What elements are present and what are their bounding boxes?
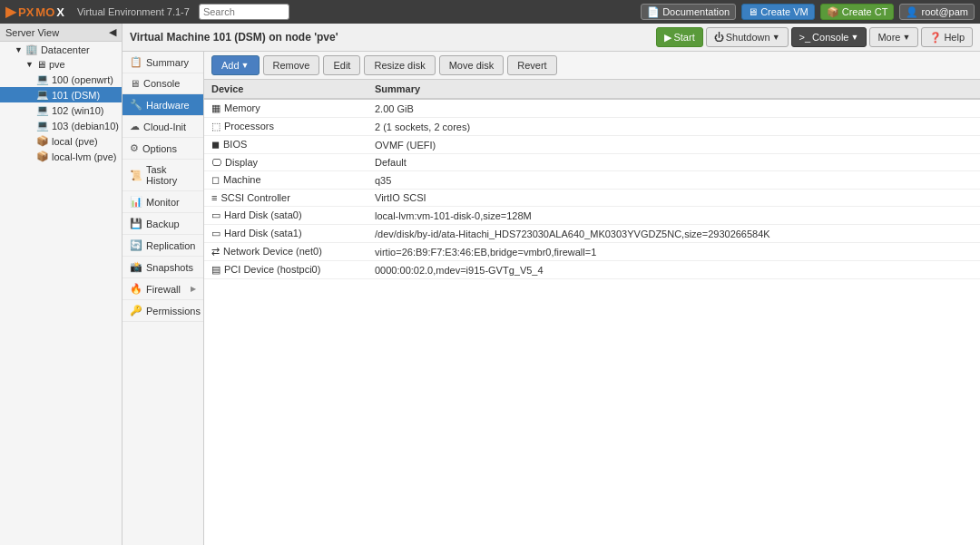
summary-cell: /dev/disk/by-id/ata-Hitachi_HDS723030ALA… xyxy=(368,225,980,243)
nav-hardware[interactable]: 🔧 Hardware xyxy=(122,94,203,116)
backup-icon: 💾 xyxy=(130,218,142,229)
device-cell: ▭Hard Disk (sata0) xyxy=(204,207,368,225)
device-icon: ▭ xyxy=(211,228,220,238)
firewall-icon: 🔥 xyxy=(130,283,142,295)
sidebar-item-102[interactable]: 💻 102 (win10) xyxy=(0,102,122,118)
console-nav-icon: 🖥 xyxy=(130,78,140,89)
nav-summary[interactable]: 📋 Summary xyxy=(122,52,203,73)
search-input[interactable] xyxy=(199,4,289,20)
shutdown-icon: ⏻ xyxy=(714,32,724,43)
monitor-icon: 📊 xyxy=(130,196,142,208)
remove-button[interactable]: Remove xyxy=(263,55,320,75)
documentation-button[interactable]: 📄 Documentation xyxy=(641,4,736,20)
sidebar-item-datacenter[interactable]: ▼ 🏢 Datacenter xyxy=(0,42,122,57)
revert-button[interactable]: Revert xyxy=(507,55,556,75)
device-cell: ▭Hard Disk (sata1) xyxy=(204,225,368,243)
summary-cell: local-lvm:vm-101-disk-0,size=128M xyxy=(368,207,980,225)
nav-options[interactable]: ⚙ Options xyxy=(122,138,203,160)
summary-cell: 0000:00:02.0,mdev=i915-GVTg_V5_4 xyxy=(368,261,980,279)
table-row[interactable]: ▤PCI Device (hostpci0) 0000:00:02.0,mdev… xyxy=(204,261,980,279)
device-cell: ▤PCI Device (hostpci0) xyxy=(204,261,368,279)
nav-permissions[interactable]: 🔑 Permissions xyxy=(122,300,203,322)
device-icon: ⬚ xyxy=(211,121,220,131)
more-button[interactable]: More ▼ xyxy=(869,27,918,47)
app-version: Virtual Environment 7.1-7 xyxy=(77,6,190,17)
nav-console[interactable]: 🖥 Console xyxy=(122,73,203,94)
table-row[interactable]: ≡SCSI Controller VirtIO SCSI xyxy=(204,190,980,207)
device-cell: ⇄Network Device (net0) xyxy=(204,243,368,261)
sidebar-item-100[interactable]: 💻 100 (openwrt) xyxy=(0,72,122,87)
move-disk-button[interactable]: Move disk xyxy=(439,55,505,75)
vm-103-icon: 💻 xyxy=(36,120,49,131)
task-history-icon: 📜 xyxy=(130,170,142,181)
vm-102-icon: 💻 xyxy=(36,104,49,116)
device-cell: ◼BIOS xyxy=(204,136,368,154)
sidebar-item-101[interactable]: 💻 101 (DSM) xyxy=(0,87,122,102)
create-vm-button[interactable]: 🖥 Create VM xyxy=(741,4,815,20)
summary-icon: 📋 xyxy=(130,56,142,68)
device-cell: ≡SCSI Controller xyxy=(204,190,368,207)
col-device: Device xyxy=(204,80,368,99)
sidebar-item-103[interactable]: 💻 103 (debian10) xyxy=(0,118,122,133)
col-summary: Summary xyxy=(368,80,980,99)
table-row[interactable]: ⇄Network Device (net0) virtio=26:B9:F7:E… xyxy=(204,243,980,261)
nav-snapshots[interactable]: 📸 Snapshots xyxy=(122,257,203,278)
table-row[interactable]: ▦Memory 2.00 GiB xyxy=(204,99,980,118)
hw-toolbar: Add ▼ Remove Edit Resize disk Move disk xyxy=(204,52,980,80)
summary-cell: Default xyxy=(368,154,980,171)
content-header: Virtual Machine 101 (DSM) on node 'pve' … xyxy=(122,24,980,52)
expand-icon: ▼ xyxy=(15,45,23,54)
create-ct-button[interactable]: 📦 Create CT xyxy=(820,4,895,20)
device-cell: ⬚Processors xyxy=(204,118,368,136)
summary-cell: 2.00 GiB xyxy=(368,99,980,118)
console-icon: >_ xyxy=(799,32,811,43)
table-row[interactable]: ▭Hard Disk (sata0) local-lvm:vm-101-disk… xyxy=(204,207,980,225)
vm-100-icon: 💻 xyxy=(36,73,49,85)
sidebar-item-pve[interactable]: ▼ 🖥 pve xyxy=(0,57,122,72)
add-button[interactable]: Add ▼ xyxy=(211,55,260,75)
nav-firewall[interactable]: 🔥 Firewall xyxy=(122,278,203,300)
vm-icon: 🖥 xyxy=(748,6,758,17)
summary-cell: OVMF (UEFI) xyxy=(368,136,980,154)
vm-101-icon: 💻 xyxy=(36,89,49,101)
help-button[interactable]: ❓ Help xyxy=(921,27,973,47)
nav-monitor[interactable]: 📊 Monitor xyxy=(122,191,203,213)
nav-replication[interactable]: 🔄 Replication xyxy=(122,235,203,257)
edit-button[interactable]: Edit xyxy=(323,55,360,75)
shutdown-button[interactable]: ⏻ Shutdown ▼ xyxy=(706,27,789,47)
table-row[interactable]: 🖵Display Default xyxy=(204,154,980,171)
device-icon: 🖵 xyxy=(211,157,221,168)
doc-icon: 📄 xyxy=(647,6,660,18)
device-icon: ⇄ xyxy=(211,246,220,257)
nav-cloud-init[interactable]: ☁ Cloud-Init xyxy=(122,116,203,138)
summary-cell: q35 xyxy=(368,171,980,190)
table-row[interactable]: ◻Machine q35 xyxy=(204,171,980,190)
resize-disk-button[interactable]: Resize disk xyxy=(364,55,435,75)
nav-backup[interactable]: 💾 Backup xyxy=(122,213,203,235)
hardware-icon: 🔧 xyxy=(130,99,142,111)
snapshots-icon: 📸 xyxy=(130,261,142,273)
sidebar-item-local-lvm-pve[interactable]: 📦 local-lvm (pve) xyxy=(0,149,122,164)
table-row[interactable]: ◼BIOS OVMF (UEFI) xyxy=(204,136,980,154)
nav-task-history[interactable]: 📜 Task History xyxy=(122,160,203,191)
storage-lvm-icon: 📦 xyxy=(36,151,49,162)
table-row[interactable]: ⬚Processors 2 (1 sockets, 2 cores) xyxy=(204,118,980,136)
summary-cell: VirtIO SCSI xyxy=(368,190,980,207)
storage-pve-icon: 📦 xyxy=(36,135,49,147)
vm-action-buttons: ▶ Start ⏻ Shutdown ▼ >_ Console ▼ More ▼ xyxy=(656,27,973,47)
summary-cell: 2 (1 sockets, 2 cores) xyxy=(368,118,980,136)
start-icon: ▶ xyxy=(664,32,671,44)
console-button[interactable]: >_ Console ▼ xyxy=(791,27,867,47)
table-row[interactable]: ▭Hard Disk (sata1) /dev/disk/by-id/ata-H… xyxy=(204,225,980,243)
sidebar-item-local-pve[interactable]: 📦 local (pve) xyxy=(0,133,122,149)
user-menu-button[interactable]: 👤 root@pam xyxy=(899,4,975,20)
expand-icon: ▼ xyxy=(25,60,34,69)
sidebar-collapse-icon[interactable]: ◀ xyxy=(109,26,116,38)
start-button[interactable]: ▶ Start xyxy=(656,27,702,47)
help-icon: ❓ xyxy=(929,32,942,44)
options-icon: ⚙ xyxy=(130,142,139,154)
summary-cell: virtio=26:B9:F7:E3:46:EB,bridge=vmbr0,fi… xyxy=(368,243,980,261)
user-icon: 👤 xyxy=(906,6,918,18)
cloud-init-icon: ☁ xyxy=(130,121,140,132)
device-cell: ▦Memory xyxy=(204,99,368,118)
